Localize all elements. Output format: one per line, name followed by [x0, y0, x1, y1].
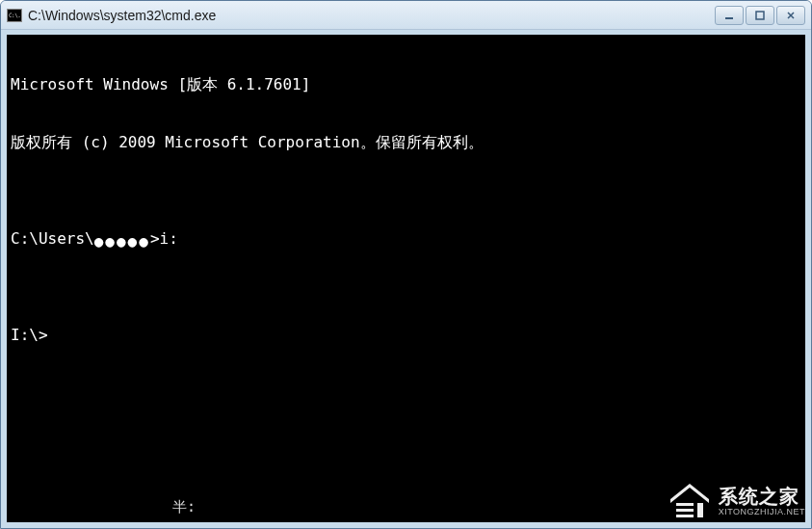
- close-icon: [785, 10, 797, 21]
- titlebar[interactable]: C:\. C:\Windows\system32\cmd.exe: [1, 1, 811, 30]
- minimize-icon: [723, 10, 735, 21]
- cmd-icon-glyph: C:\.: [9, 13, 20, 18]
- svg-rect-1: [756, 12, 764, 19]
- watermark-text: 系统之家 XITONGZHIJIA.NET: [719, 487, 805, 516]
- svg-rect-4: [676, 515, 694, 517]
- svg-rect-0: [725, 17, 733, 19]
- prompt-prefix: C:\Users\: [11, 229, 94, 248]
- cmd-icon: C:\.: [7, 9, 22, 22]
- terminal-prompt-line: I:\>: [11, 326, 801, 345]
- svg-rect-2: [676, 503, 694, 506]
- terminal-line: 版权所有 (c) 2009 Microsoft Corporation。保留所有…: [11, 133, 801, 152]
- minimize-button[interactable]: [715, 6, 744, 25]
- ime-indicator: 半:: [172, 497, 196, 516]
- terminal-prompt-line: C:\Users\●●●●●>i:: [11, 229, 801, 249]
- window-controls: [715, 6, 805, 25]
- terminal-line: Microsoft Windows [版本 6.1.7601]: [11, 75, 801, 94]
- window-title: C:\Windows\system32\cmd.exe: [28, 8, 715, 23]
- maximize-button[interactable]: [746, 6, 774, 25]
- cmd-window: C:\. C:\Windows\system32\cmd.exe Microso…: [0, 0, 812, 529]
- svg-rect-3: [676, 509, 694, 512]
- svg-rect-5: [697, 503, 703, 517]
- close-button[interactable]: [776, 6, 805, 25]
- watermark-main: 系统之家: [719, 487, 805, 506]
- maximize-icon: [754, 10, 766, 21]
- watermark-sub: XITONGZHIJIA.NET: [719, 508, 805, 516]
- prompt-command: >i:: [150, 229, 178, 248]
- username-mask: ●●●●●: [94, 232, 150, 251]
- terminal[interactable]: Microsoft Windows [版本 6.1.7601] 版权所有 (c)…: [7, 35, 805, 522]
- house-icon: [665, 480, 715, 522]
- terminal-frame: Microsoft Windows [版本 6.1.7601] 版权所有 (c)…: [1, 30, 811, 528]
- watermark: 系统之家 XITONGZHIJIA.NET: [665, 480, 805, 522]
